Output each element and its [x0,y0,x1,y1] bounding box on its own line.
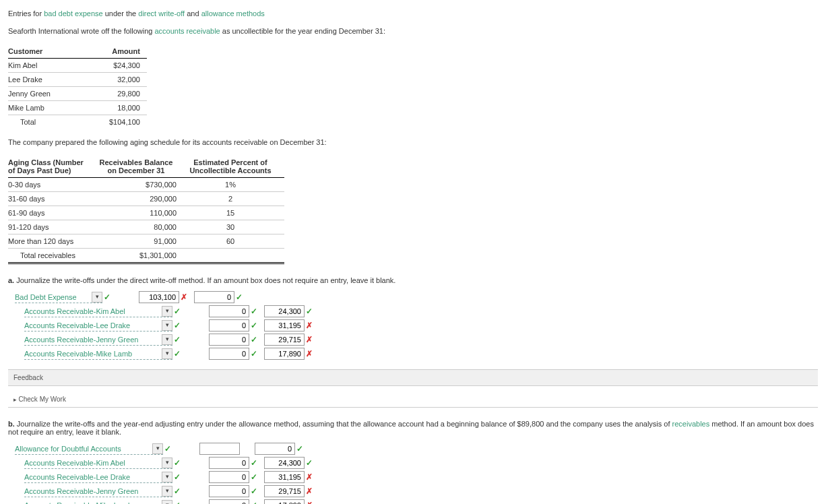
feedback-heading: Feedback [8,369,818,386]
check-icon: ✓ [249,335,259,344]
debit-input[interactable] [209,485,249,497]
account-dropdown[interactable]: Accounts Receivable-Lee Drake▾ [24,471,172,483]
check-icon: ✓ [234,292,244,302]
x-icon: ✗ [305,321,314,330]
journal-row: Accounts Receivable-Jenny Green▾✓✓✗ [24,334,818,346]
check-icon: ✓ [172,321,182,330]
x-icon: ✗ [305,472,314,482]
credit-input[interactable] [264,305,305,317]
link-bad-debt-expense[interactable]: bad debt expense [44,9,102,18]
credit-input[interactable] [264,471,305,483]
journal-row: Allowance for Doubtful Accounts▾✓✓ [15,443,818,455]
journal-row: Bad Debt Expense▾✓✗✓ [15,291,818,303]
account-dropdown[interactable]: Accounts Receivable-Mike Lamb▾ [24,348,172,360]
credit-input[interactable] [264,457,305,469]
debit-input[interactable] [209,305,249,317]
customer-name: Mike Lamb [8,101,109,115]
x-icon: ✗ [305,335,314,344]
credit-input[interactable] [264,319,305,332]
link-accounts-receivable[interactable]: accounts receivable [155,27,220,35]
check-icon: ✓ [172,472,182,482]
check-icon: ✓ [102,292,112,302]
account-dropdown[interactable]: Bad Debt Expense▾ [15,291,102,303]
customer-amount: 18,000 [109,101,147,115]
account-dropdown[interactable]: Allowance for Doubtful Accounts▾ [15,443,163,455]
check-icon: ✓ [249,501,259,504]
check-icon: ✓ [172,349,182,358]
aging-table: Aging Class (Number of Days Past Due) Re… [8,156,284,264]
chevron-down-icon: ▾ [92,292,102,303]
link-receivables[interactable]: receivables [672,420,710,428]
link-direct-write-off[interactable]: direct write-off [138,9,185,18]
chevron-down-icon: ▾ [162,458,172,468]
check-icon: ✓ [172,501,182,504]
journal-b1: Allowance for Doubtful Accounts▾✓✓Accoun… [15,443,818,504]
chevron-down-icon: ▾ [162,500,172,505]
chevron-down-icon: ▾ [162,472,172,482]
journal-row: Accounts Receivable-Mike Lamb▾✓✓✗ [24,499,818,504]
journal-row: Accounts Receivable-Lee Drake▾✓✓✗ [24,319,818,332]
check-my-work-button[interactable]: Check My Work [8,391,818,408]
question-b: b. Journalize the write-offs and the yea… [8,420,818,436]
check-icon: ✓ [249,321,259,330]
journal-row: Accounts Receivable-Jenny Green▾✓✓✗ [24,485,818,497]
chevron-down-icon: ▾ [152,443,163,454]
check-icon: ✓ [249,307,259,316]
debit-input[interactable] [209,348,249,360]
debit-input[interactable] [139,291,179,303]
customer-name: Lee Drake [8,73,109,87]
account-dropdown[interactable]: Accounts Receivable-Kim Abel▾ [24,457,172,469]
check-icon: ✓ [305,307,314,316]
debit-input[interactable] [199,443,240,455]
debit-input[interactable] [209,471,249,483]
chevron-down-icon: ▾ [162,306,172,317]
customer-amount: 32,000 [109,73,147,87]
link-allowance-methods[interactable]: allowance methods [201,9,265,18]
debit-input[interactable] [209,319,249,332]
customer-amount: $24,300 [109,59,147,73]
customer-name: Kim Abel [8,59,109,73]
account-dropdown[interactable]: Accounts Receivable-Jenny Green▾ [24,485,172,497]
account-dropdown[interactable]: Accounts Receivable-Mike Lamb▾ [24,499,172,504]
check-icon: ✓ [163,444,172,453]
x-icon: ✗ [305,501,314,504]
journal-row: Accounts Receivable-Lee Drake▾✓✓✗ [24,471,818,483]
chevron-down-icon: ▾ [162,320,172,331]
check-icon: ✓ [295,444,305,453]
chevron-down-icon: ▾ [162,348,172,359]
debit-input[interactable] [209,457,249,469]
customer-table: CustomerAmount Kim Abel$24,300Lee Drake3… [8,44,147,129]
account-dropdown[interactable]: Accounts Receivable-Jenny Green▾ [24,334,172,346]
question-a: a. Journalize the write-offs under the d… [8,276,818,284]
debit-input[interactable] [209,334,249,346]
journal-row: Accounts Receivable-Kim Abel▾✓✓✓ [24,457,818,469]
x-icon: ✗ [305,486,314,496]
account-dropdown[interactable]: Accounts Receivable-Kim Abel▾ [24,305,172,317]
check-icon: ✓ [172,486,182,496]
chevron-down-icon: ▾ [162,334,172,345]
credit-input[interactable] [194,291,234,303]
customer-amount: 29,800 [109,87,147,101]
intro-text: Seaforth International wrote off the fol… [8,27,818,35]
check-icon: ✓ [249,349,259,358]
aging-intro: The company prepared the following aging… [8,138,818,146]
journal-row: Accounts Receivable-Mike Lamb▾✓✓✗ [24,348,818,360]
check-icon: ✓ [305,458,314,468]
check-icon: ✓ [172,458,182,468]
debit-input[interactable] [209,499,249,504]
journal-a: Bad Debt Expense▾✓✗✓Accounts Receivable-… [15,291,818,360]
credit-input[interactable] [264,348,305,360]
check-icon: ✓ [172,307,182,316]
account-dropdown[interactable]: Accounts Receivable-Lee Drake▾ [24,319,172,332]
x-icon: ✗ [179,292,189,302]
credit-input[interactable] [264,485,305,497]
credit-input[interactable] [255,443,295,455]
credit-input[interactable] [264,334,305,346]
check-icon: ✓ [249,458,259,468]
check-icon: ✓ [172,335,182,344]
journal-row: Accounts Receivable-Kim Abel▾✓✓✓ [24,305,818,317]
customer-name: Jenny Green [8,87,109,101]
x-icon: ✗ [305,349,314,358]
page-title: Entries for bad debt expense under the d… [8,9,818,18]
credit-input[interactable] [264,499,305,504]
